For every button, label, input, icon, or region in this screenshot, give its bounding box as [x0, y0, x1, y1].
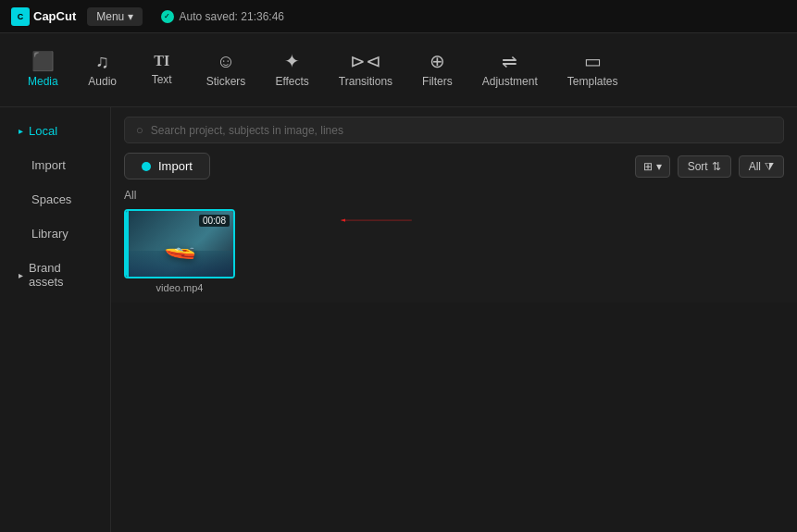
auto-save-status: ✓ Auto saved: 21:36:46	[161, 10, 284, 23]
sort-button[interactable]: Sort ⇅	[678, 155, 731, 178]
brand-assets-arrow: ▸	[19, 270, 23, 280]
video-duration: 00:08	[199, 215, 230, 227]
stickers-label: Stickers	[206, 75, 246, 88]
content-wrapper: ○ Search project, subjects in image, lin…	[111, 107, 797, 532]
import-dot-icon	[142, 162, 151, 171]
auto-save-text: Auto saved: 21:36:46	[180, 10, 284, 23]
all-section-label: All	[124, 189, 784, 202]
adjustment-label: Adjustment	[482, 75, 538, 88]
sidebar-item-spaces[interactable]: Spaces	[6, 183, 105, 216]
logo-icon: C	[11, 7, 30, 26]
video-thumbnail[interactable]: 00:08 video.mp4	[124, 209, 235, 293]
grid-icon: ⊞ ▾	[643, 160, 661, 173]
toolbar-item-text[interactable]: TI Text	[134, 46, 190, 93]
local-label: Local	[29, 124, 57, 138]
toolbar-item-audio[interactable]: ♫ Audio	[75, 44, 131, 95]
app-name: CapCut	[33, 9, 76, 23]
menu-label: Menu ▾	[96, 10, 132, 23]
text-icon: TI	[154, 54, 169, 68]
toolbar-item-media[interactable]: ⬛ Media	[15, 44, 71, 95]
local-arrow: ▸	[19, 126, 23, 136]
effects-icon: ✦	[284, 52, 300, 70]
import-label: Import	[31, 158, 66, 172]
video-grid: 00:08 video.mp4	[124, 209, 784, 293]
audio-label: Audio	[88, 75, 117, 88]
sidebar-item-local[interactable]: ▸ Local	[6, 115, 105, 147]
thumb-container: 00:08	[124, 209, 235, 278]
templates-icon: ▭	[584, 52, 602, 70]
menu-button[interactable]: Menu ▾	[87, 7, 142, 26]
effects-label: Effects	[275, 75, 308, 88]
search-bar[interactable]: ○ Search project, subjects in image, lin…	[124, 117, 784, 143]
filters-icon: ⊕	[430, 52, 445, 70]
all-filter-label: All	[749, 160, 761, 173]
topbar: C CapCut Menu ▾ ✓ Auto saved: 21:36:46	[0, 0, 797, 33]
import-button-label: Import	[158, 159, 193, 173]
import-row: Import ⊞ ▾ Sort ⇅ All ⧩	[124, 153, 784, 179]
transitions-label: Transitions	[339, 75, 392, 88]
templates-label: Templates	[567, 75, 618, 88]
stickers-icon: ☺	[217, 52, 235, 70]
media-icon: ⬛	[31, 52, 55, 70]
sidebar-item-library[interactable]: Library	[6, 217, 105, 250]
toolbar-item-transitions[interactable]: ⊳⊲ Transitions	[326, 44, 405, 95]
toolbar-item-templates[interactable]: ▭ Templates	[554, 44, 631, 95]
toolbar-item-effects[interactable]: ✦ Effects	[262, 44, 321, 95]
toolbar: ⬛ Media ♫ Audio TI Text ☺ Stickers ✦ Eff…	[0, 33, 797, 107]
sidebar-item-import[interactable]: Import	[6, 149, 105, 181]
sort-icon: ⇅	[712, 160, 721, 173]
audio-icon: ♫	[95, 52, 109, 70]
import-controls: ⊞ ▾ Sort ⇅ All ⧩	[635, 155, 784, 178]
toolbar-item-filters[interactable]: ⊕ Filters	[409, 44, 466, 95]
sort-label: Sort	[688, 160, 708, 173]
grid-view-button[interactable]: ⊞ ▾	[635, 155, 669, 178]
library-label: Library	[31, 227, 68, 241]
search-icon: ○	[136, 123, 143, 137]
transitions-icon: ⊳⊲	[350, 52, 381, 70]
sidebar: ▸ Local Import Spaces Library ▸ Brand as…	[0, 107, 111, 532]
all-filter-button[interactable]: All ⧩	[739, 155, 784, 178]
main-layout: ▸ Local Import Spaces Library ▸ Brand as…	[0, 107, 797, 532]
video-filename: video.mp4	[156, 282, 204, 293]
import-button[interactable]: Import	[124, 153, 210, 179]
auto-save-icon: ✓	[161, 10, 174, 23]
adjustment-icon: ⇌	[502, 52, 517, 70]
sidebar-item-brand-assets[interactable]: ▸ Brand assets	[6, 252, 105, 298]
brand-assets-label: Brand assets	[29, 261, 92, 289]
toolbar-item-adjustment[interactable]: ⇌ Adjustment	[469, 44, 551, 95]
spaces-label: Spaces	[31, 192, 71, 206]
search-placeholder: Search project, subjects in image, lines	[151, 124, 343, 137]
text-label: Text	[152, 73, 172, 86]
filter-icon: ⧩	[765, 160, 774, 173]
thumb-indicator	[126, 211, 129, 277]
media-label: Media	[28, 75, 58, 88]
app-logo: C CapCut	[11, 7, 76, 26]
filters-label: Filters	[422, 75, 453, 88]
toolbar-item-stickers[interactable]: ☺ Stickers	[193, 44, 259, 95]
content-area: ○ Search project, subjects in image, lin…	[111, 107, 797, 303]
